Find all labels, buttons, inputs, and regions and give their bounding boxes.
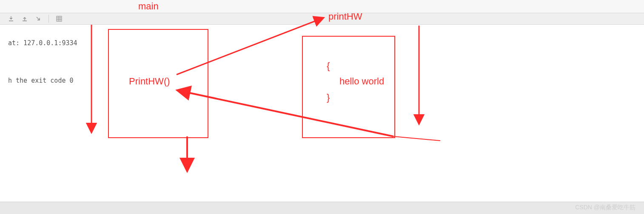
annotation-box2-body: hello world [339, 76, 384, 87]
annotation-main-label: main [138, 1, 159, 12]
console-line: at: 127.0.0.1:9334 [8, 39, 77, 47]
grid-icon[interactable] [56, 15, 63, 22]
annotation-brace-close: } [327, 92, 330, 103]
annotation-brace-open: { [327, 61, 330, 72]
svg-rect-0 [57, 16, 62, 21]
annotation-printhw-label: printHW [328, 11, 362, 22]
download-icon[interactable] [8, 15, 14, 22]
console-line: h the exit code 0 [8, 77, 74, 84]
toolbar-separator [48, 15, 49, 23]
annotation-box1-text: PrintHW() [129, 76, 170, 87]
status-bar [0, 202, 644, 214]
watermark-text: CSDN @南桑爱吃牛筋 [575, 204, 635, 211]
arrow-down-right-icon[interactable] [35, 15, 42, 22]
upload-icon[interactable] [21, 15, 28, 22]
annotation-box-printhw [302, 36, 395, 138]
console-toolbar [0, 13, 644, 25]
